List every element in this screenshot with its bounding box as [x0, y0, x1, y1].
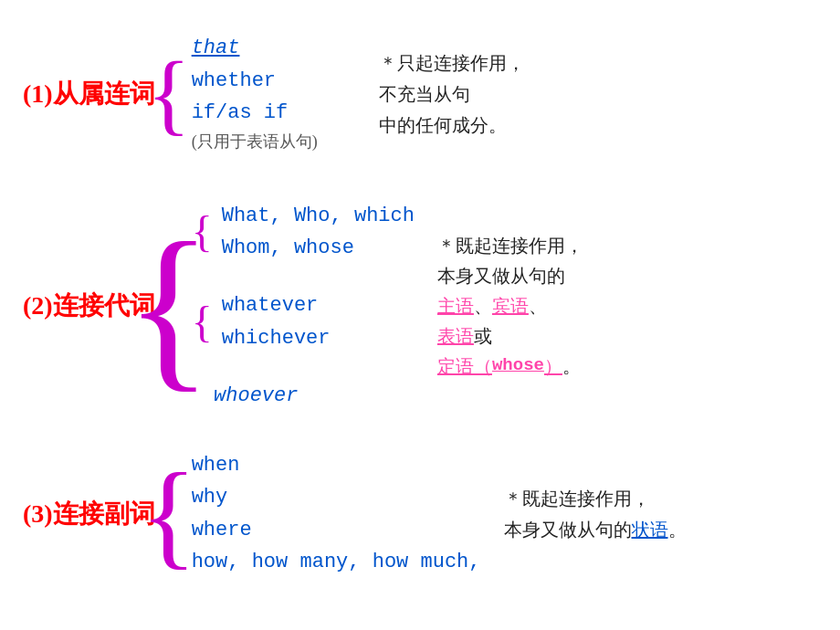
section-2-note-line-2: 本身又做从句的 — [437, 261, 808, 291]
word-whichever: whichever — [222, 322, 331, 354]
section-1-brace-area: { — [155, 9, 183, 178]
dingyue-text: 定语（ — [437, 352, 492, 382]
whose-text: whose — [492, 352, 544, 380]
section-3-label: (3)连接副词 — [18, 434, 155, 593]
section-3-note-line-1: ＊既起连接作用， — [504, 483, 808, 514]
section-3-words: when why where how, how many, how much, — [183, 434, 490, 593]
section-2-brace-area: { — [155, 178, 183, 434]
word-when: when — [192, 449, 481, 481]
section-3: (3)连接副词 { when why where how, how many, … — [18, 434, 822, 593]
section-2-subgroup-2-words: whatever whichever — [217, 289, 331, 353]
word-whatever: whatever — [222, 289, 331, 321]
section-3-note: ＊既起连接作用， 本身又做从句的 状语 。 — [490, 434, 822, 593]
section-1-label: (1)从属连词 — [18, 9, 155, 178]
section-2-subgroup-3: { whoever — [192, 380, 415, 412]
binyue-text: 宾语 — [492, 291, 529, 321]
section-3-note-line-2: 本身又做从句的 状语 。 — [504, 514, 808, 545]
zhuyue-text: 主语 — [437, 291, 474, 321]
section-2-subgroup-3-words: whoever — [209, 380, 298, 412]
section-1-note-line-3: 中的任何成分。 — [379, 110, 808, 141]
section-2-subgroup-2: { whatever whichever — [192, 289, 415, 353]
word-whom-whose: Whom, whose — [222, 232, 415, 264]
section-2-note-line-1: ＊既起连接作用， — [437, 231, 808, 261]
biaoyue-text: 表语 — [437, 321, 474, 352]
section-1-brace: { — [147, 9, 191, 178]
section-2-subgroup-1: { What, Who, which Whom, whose — [192, 200, 415, 264]
section-3-brace-area: { — [155, 434, 183, 593]
word-what-who-which: What, Who, which — [222, 200, 415, 232]
section-3-brace: { — [140, 434, 196, 593]
word-how: how, how many, how much, — [192, 546, 481, 578]
dingyue-close: ） — [544, 352, 562, 382]
word-note-predicate: (只用于表语从句) — [192, 129, 356, 155]
section-2: (2)连接代词 { { What, Who, which Whom, whose… — [18, 178, 822, 434]
main-container: (1)从属连词 { that whether if/as if (只用于表语从句… — [0, 0, 840, 630]
section-1-note: ＊只起连接作用， 不充当从句 中的任何成分。 — [365, 9, 822, 178]
section-2-words: { What, Who, which Whom, whose { whateve… — [183, 178, 424, 434]
word-that: that — [192, 32, 356, 64]
word-why: why — [192, 481, 481, 513]
section-2-note: ＊既起连接作用， 本身又做从句的 主语 、 宾语 、 表语 或 定语（ whos… — [424, 178, 822, 434]
section-1: (1)从属连词 { that whether if/as if (只用于表语从句… — [18, 9, 822, 178]
section-2-note-line-5: 定语（ whose ） 。 — [437, 352, 808, 382]
section-1-note-line-1: ＊只起连接作用， — [379, 47, 808, 79]
word-where: where — [192, 514, 481, 546]
word-whoever: whoever — [214, 380, 298, 412]
section-2-subgroup-1-words: What, Who, which Whom, whose — [217, 200, 415, 264]
word-whether: whether — [192, 65, 356, 97]
section-1-words: that whether if/as if (只用于表语从句) — [183, 9, 365, 178]
word-if-as-if: if/as if — [192, 97, 356, 129]
section-1-note-line-2: 不充当从句 — [379, 79, 808, 110]
zhuangyu-text: 状语 — [632, 514, 668, 545]
section-2-note-line-4: 表语 或 — [437, 321, 808, 352]
section-2-note-line-3: 主语 、 宾语 、 — [437, 291, 808, 321]
